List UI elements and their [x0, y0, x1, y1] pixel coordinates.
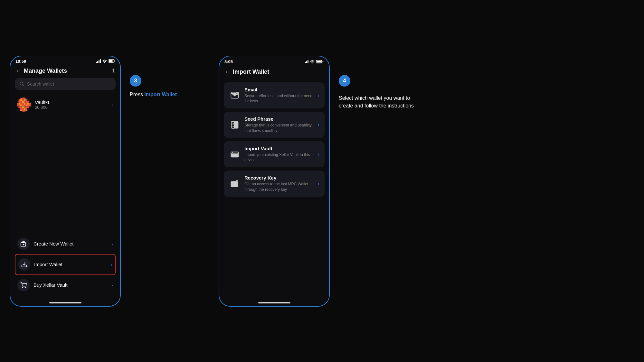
- svg-point-55: [25, 287, 26, 288]
- svg-rect-32: [24, 105, 26, 107]
- import-vault-option-icon: [229, 148, 241, 160]
- status-time-2: 8:05: [224, 59, 233, 64]
- phone-screen-2: 8:05: [219, 56, 330, 307]
- wallet-plus-icon: [20, 241, 27, 247]
- wifi-icon: [102, 59, 107, 63]
- search-icon: [19, 81, 24, 87]
- seed-phrase-option[interactable]: Seed Phrase Storage that is convenient a…: [224, 112, 325, 138]
- recovery-key-option[interactable]: Recovery Key Get an access to the lost M…: [224, 171, 325, 197]
- svg-rect-34: [27, 105, 29, 107]
- step-4-badge: 4: [339, 75, 350, 87]
- recovery-key-option-desc: Get an access to the lost MPC Wallet thr…: [244, 181, 317, 192]
- import-wallet-icon-circle: [18, 258, 30, 271]
- svg-rect-29: [19, 105, 21, 107]
- svg-rect-18: [26, 101, 28, 103]
- svg-rect-16: [22, 101, 24, 103]
- back-button-1[interactable]: ←: [15, 68, 21, 74]
- buy-vault-button[interactable]: Buy Xellar Vault ›: [15, 275, 116, 295]
- seed-phrase-option-desc: Storage that is convenient and usability…: [244, 123, 317, 134]
- svg-rect-2: [114, 60, 115, 61]
- wallet-list: Vault-1 $0.000 ›: [10, 94, 120, 231]
- seed-phrase-option-content: Seed Phrase Storage that is convenient a…: [244, 116, 317, 134]
- recovery-key-option-content: Recovery Key Get an access to the lost M…: [244, 175, 317, 192]
- create-wallet-button[interactable]: Create New Wallet ›: [15, 234, 116, 254]
- status-icons-1: [96, 59, 115, 63]
- svg-rect-36: [19, 106, 21, 108]
- svg-rect-19: [27, 101, 29, 103]
- svg-rect-33: [26, 105, 28, 107]
- svg-text:⚡: ⚡: [323, 60, 324, 63]
- svg-rect-43: [22, 108, 24, 110]
- email-option-chevron: ›: [317, 92, 319, 99]
- import-vault-option-title: Import Vault: [244, 146, 317, 151]
- step-4-text: Select which wallet you want to create a…: [339, 94, 422, 110]
- email-option-desc: Secure, effortless, and without the need…: [244, 93, 317, 104]
- create-wallet-label: Create New Wallet: [33, 241, 111, 246]
- svg-rect-12: [24, 99, 26, 101]
- buy-vault-chevron: ›: [111, 283, 113, 288]
- create-wallet-icon-circle: [17, 238, 30, 250]
- wallet-avatar: [17, 97, 31, 112]
- svg-rect-39: [24, 106, 26, 108]
- wallet-count-badge: 1: [112, 68, 115, 74]
- svg-rect-37: [20, 106, 22, 108]
- import-wallet-button[interactable]: Import Wallet ›: [15, 254, 116, 275]
- import-vault-chevron: ›: [317, 151, 319, 158]
- wifi-icon-2: [310, 59, 315, 65]
- screen-header-2: ← Import Wallet: [219, 66, 329, 79]
- svg-rect-42: [20, 108, 22, 110]
- step-3-text: Press Import Wallet: [130, 91, 201, 98]
- seed-phrase-option-icon: [229, 119, 241, 131]
- import-wallet-chevron: ›: [111, 262, 112, 267]
- svg-rect-20: [17, 103, 19, 105]
- svg-rect-15: [20, 101, 22, 103]
- phone-screen-1: 10:59: [10, 56, 121, 307]
- svg-rect-9: [19, 99, 21, 101]
- svg-rect-26: [27, 103, 29, 105]
- svg-rect-27: [29, 103, 31, 105]
- signal-icon-2: [305, 60, 308, 63]
- svg-rect-21: [19, 103, 21, 105]
- svg-rect-30: [20, 105, 22, 107]
- home-indicator-1: [10, 300, 120, 306]
- recovery-key-option-icon: [229, 178, 241, 190]
- page-title-1: Manage Wallets: [24, 68, 67, 74]
- svg-line-4: [23, 85, 24, 86]
- wallet-item[interactable]: Vault-1 $0.000 ›: [15, 94, 116, 115]
- svg-rect-41: [27, 106, 29, 108]
- svg-rect-35: [29, 105, 31, 107]
- recovery-key-chevron: ›: [317, 181, 319, 187]
- wallet-name: Vault-1: [35, 99, 112, 105]
- back-button-2[interactable]: ←: [224, 69, 230, 75]
- seed-phrase-option-title: Seed Phrase: [244, 116, 317, 122]
- svg-rect-1: [109, 60, 113, 62]
- svg-rect-13: [26, 99, 28, 101]
- svg-rect-24: [24, 103, 26, 105]
- wallet-balance: $0.000: [35, 105, 112, 110]
- email-option[interactable]: @ Email Secure, effortless, and without …: [224, 82, 325, 109]
- svg-rect-46: [20, 110, 22, 112]
- search-bar[interactable]: Search wallet: [15, 78, 116, 90]
- svg-rect-44: [24, 108, 26, 110]
- step-4-container: 4 Select which wallet you want to create…: [339, 75, 422, 110]
- svg-rect-47: [22, 110, 24, 112]
- svg-rect-57: [317, 60, 321, 62]
- email-option-icon: @: [229, 89, 241, 101]
- import-vault-option[interactable]: Import Vault Import your existing Xellar…: [224, 141, 325, 168]
- svg-rect-48: [24, 110, 26, 112]
- buy-vault-label: Buy Xellar Vault: [33, 282, 111, 288]
- svg-rect-22: [20, 103, 22, 105]
- step-3-badge: 3: [130, 75, 141, 87]
- step-3-container: 3 Press Import Wallet: [130, 75, 201, 98]
- search-placeholder: Search wallet: [27, 81, 54, 87]
- svg-rect-8: [24, 97, 26, 99]
- status-bar-1: 10:59: [10, 56, 120, 65]
- email-option-title: Email: [244, 87, 317, 92]
- svg-rect-40: [26, 106, 28, 108]
- email-option-content: Email Secure, effortless, and without th…: [244, 87, 317, 104]
- svg-rect-31: [22, 105, 24, 107]
- recovery-key-option-title: Recovery Key: [244, 175, 317, 181]
- screen-header-1: ← Manage Wallets 1: [10, 65, 120, 78]
- svg-point-54: [23, 287, 23, 288]
- battery-icon: [109, 59, 115, 63]
